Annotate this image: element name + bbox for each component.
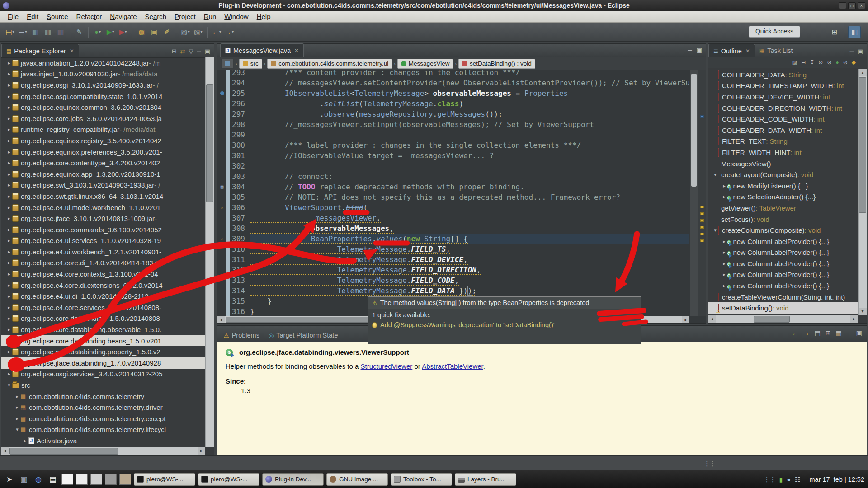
next-annotation-button[interactable]: ▧▾ [192,26,204,38]
outline-item[interactable]: ▸Cnew ColumnLabelProvider() {...} [708,247,858,258]
chevron-right-icon[interactable]: ▸ [6,282,12,288]
tree-item[interactable]: ▸org.eclipse.equinox.app_1.3.200.v201309… [1,169,205,180]
outline-tool-icon-4[interactable]: ⊘ [827,59,831,68]
menu-run[interactable]: Run [200,11,221,22]
outline-item[interactable]: COLHEADER_DATA : String [708,69,858,80]
outline-item[interactable]: COLHEADER_DIRECTION_WIDTH : int [708,103,858,114]
chevron-right-icon[interactable]: ▸ [6,71,12,77]
external-tools-button[interactable]: ▶▾ [117,26,129,38]
tree-item[interactable]: ▾▦com.ebotlution.c4ids.comms.telemetry.l… [1,424,205,436]
menu-source[interactable]: Source [42,11,72,22]
maximize-icon[interactable]: ▣ [205,48,210,55]
chevron-right-icon[interactable]: ▸ [6,94,12,99]
breadcrumb-item-src[interactable]: src [239,59,262,69]
chevron-down-icon[interactable]: ▾ [6,382,12,388]
outline-item[interactable]: ▸Cnew ColumnLabelProvider() {...} [708,269,858,281]
browser-icon[interactable]: ◍ [33,474,44,485]
chevron-down-icon[interactable]: ▾ [14,427,20,432]
close-icon[interactable]: ✕ [294,47,299,54]
search-button[interactable]: ✐ [161,26,173,38]
outline-item[interactable]: ▾createLayout(Composite) : void [708,169,858,180]
taskbar-button-pierows[interactable]: piero@WS-... [134,473,195,486]
package-explorer-tree[interactable]: ▸javax.annotation_1.2.0.v201401042248.ja… [1,57,205,447]
chevron-right-icon[interactable]: ▸ [6,327,12,333]
chevron-right-icon[interactable]: ▸ [721,249,727,255]
outline-item[interactable]: COLHEADER_DEVICE_WIDTH : int [708,91,858,103]
view-icon-1[interactable]: ▤ [815,329,821,337]
skip-breakpoints-button[interactable]: ✎ [73,26,85,38]
tree-item[interactable]: ▸org.eclipse.jface.databinding_1.7.0.v20… [1,357,205,369]
chevron-right-icon[interactable]: ▸ [6,104,12,110]
chevron-right-icon[interactable]: ▸ [6,349,12,355]
tree-item[interactable]: ▸org.eclipse.swt.gtk.linux.x86_64_3.103.… [1,191,205,202]
outline-item[interactable]: MessagesView() [708,158,858,169]
outline-tool-icon-1[interactable]: ⊟ [801,59,806,68]
tree-item[interactable]: ▸javax.inject_1.0.0.v20091030.jar - /med… [1,69,205,80]
forward-button[interactable]: →▾ [223,26,235,38]
menu-window[interactable]: Window [220,11,252,22]
chevron-right-icon[interactable]: ▸ [6,182,12,188]
bottom-view-toolbar[interactable]: ←→▤⊞▦─▣ [792,329,862,337]
tree-item[interactable]: ▸org.eclipse.e4.ui.di_1.0.0.v20140328-21… [1,291,205,302]
pointer-icon[interactable]: ➤ [4,474,15,485]
tab-package-explorer[interactable]: ▤ Package Explorer ✕ [1,44,79,57]
tree-item[interactable]: ▸org.eclipse.core.commands_3.6.100.v2014… [1,224,205,235]
close-button[interactable]: × [858,2,865,9]
outline-item[interactable]: getViewer() : TableViewer [708,202,858,214]
chevron-right-icon[interactable]: ▸ [14,404,20,410]
pe-vertical-scrollbar[interactable] [205,57,214,447]
outline-item[interactable]: ▸Cnew SelectionAdapter() {...} [708,192,858,203]
view-icon-3[interactable]: ▦ [836,329,842,337]
chevron-right-icon[interactable]: ▸ [6,205,12,211]
breadcrumb-item-messagesview[interactable]: MessagesView [397,59,453,69]
back-icon[interactable]: ← [792,329,798,337]
swatch-4[interactable] [119,474,131,485]
outline-tool-icon-6[interactable]: ⊘ [843,59,848,68]
outline-tool-icon-3[interactable]: ⊘ [818,59,823,68]
tree-item[interactable]: ▸org.eclipse.e4.ui.workbench_1.2.1.v2014… [1,246,205,258]
breadcrumb-item-setdatabindingvoid[interactable]: setDataBinding() : void [458,59,535,69]
tree-item[interactable]: ▸org.eclipse.osgi.compatibility.state_1.… [1,91,205,102]
tab-task-list[interactable]: ▦ Task List [755,44,797,57]
perspective-button-0[interactable]: ⊞ [828,26,841,38]
network-icon[interactable]: ● [787,476,791,483]
breadcrumb-item[interactable] [221,59,234,69]
chevron-right-icon[interactable]: ▸ [6,138,12,144]
new-project-button[interactable]: ▤▾ [17,26,28,38]
tree-item[interactable]: ▸org.eclipse.core.databinding_1.5.0.v201… [1,313,205,324]
tree-item[interactable]: ▸org.eclipse.e4.core.di_1.4.0.v20140414-… [1,258,205,269]
taskbar-button-layersbru[interactable]: Layers - Bru... [455,473,516,486]
tree-item[interactable]: ▸▦com.ebotlution.c4ids.comms.telemetry.e… [1,413,205,424]
taskbar-button-plugindev[interactable]: Plug-in Dev... [262,473,324,486]
outline-tool-icon-2[interactable]: ↧ [810,59,814,68]
back-button[interactable]: ←▾ [211,26,222,38]
editor-vertical-scrollbar[interactable] [690,70,698,316]
tree-item[interactable]: ▸org.eclipse.core.contenttype_3.4.200.v2… [1,157,205,169]
outline-tool-icon-7[interactable]: ◆ [852,59,856,68]
outline-item[interactable]: ⚠setDataBinding() : void [708,302,858,314]
tree-item[interactable]: ▸org.eclipse.core.databinding.property_1… [1,346,205,357]
outline-item[interactable]: FILTER_WIDTH_HINT : int [708,147,858,158]
chevron-down-icon[interactable]: ▾ [712,172,718,178]
outline-vertical-scrollbar[interactable]: ▴ ▾ [858,69,867,315]
terminal-icon[interactable]: ▣ [18,474,30,485]
tree-item[interactable]: ▸▦com.ebotlution.c4ids.comms.telemetry.d… [1,402,205,413]
tree-item[interactable]: ▸org.eclipse.e4.core.di.extensions_0.12.… [1,280,205,291]
tab-messagesview-java[interactable]: J MessagesView.java ✕ [220,43,304,57]
outline-item[interactable]: ▸Cnew ColumnLabelProvider() {...} [708,258,858,269]
swatch-0[interactable] [61,474,73,485]
collapse-all-icon[interactable]: ⊟ [172,48,177,55]
open-plugin-button[interactable]: ▩ [136,26,147,38]
outline-item[interactable]: ▾createColumns(Composite) : void [708,225,858,236]
chevron-right-icon[interactable]: ▸ [22,438,28,444]
battery-icon[interactable]: ▮ [779,476,783,483]
last-edit-button[interactable]: ▨▾ [179,26,191,38]
chevron-right-icon[interactable]: ▸ [6,338,12,344]
outline-item[interactable]: ▸Cnew ColumnLabelProvider() {...} [708,280,858,291]
quickfix-link[interactable]: Add @SuppressWarnings 'deprecation' to '… [380,321,555,328]
outline-item[interactable]: FILTER_TEXT : String [708,136,858,147]
tree-item[interactable]: ▸org.eclipse.e4.core.contexts_1.3.100.v2… [1,268,205,280]
chevron-right-icon[interactable]: ▸ [6,371,12,377]
outline-item[interactable]: ▸Cnew ColumnLabelProvider() {...} [708,236,858,247]
tree-item[interactable]: ▸org.eclipse.equinox.registry_3.5.400.v2… [1,135,205,146]
